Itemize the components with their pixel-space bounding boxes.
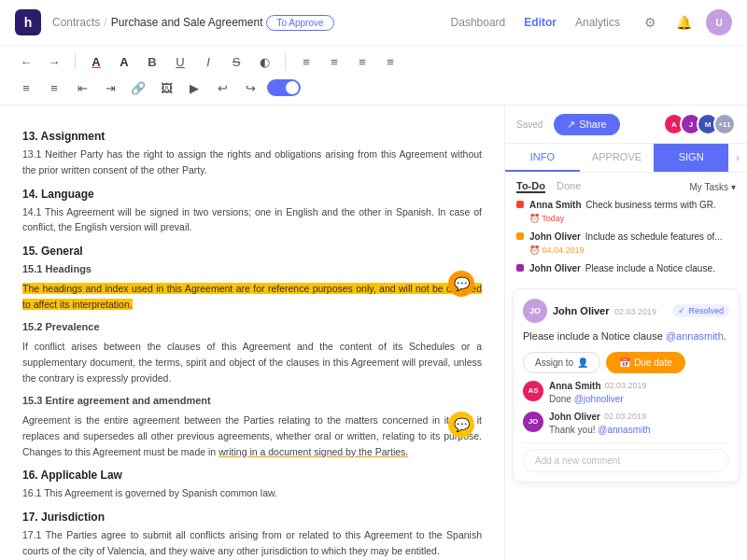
section-16-heading: 16. Applicable Law — [22, 469, 482, 482]
check-icon: ✓ — [678, 306, 685, 315]
section-13-heading: 13. Assignment — [22, 130, 482, 143]
notification-icon[interactable]: 🔔 — [672, 11, 695, 34]
toolbar-sep-2 — [285, 53, 286, 70]
indent-right-btn[interactable]: ⇥ — [99, 77, 121, 99]
todo-text-2: Include as schedule features of... — [585, 231, 723, 242]
section-152-text: If conflict arises between the clauses o… — [22, 339, 482, 385]
tab-sign[interactable]: SIGN — [654, 144, 728, 172]
avatar-count: +11 — [713, 113, 736, 135]
comment-header: JO John Oliver 02.03.2019 ✓ Resolved — [523, 299, 729, 323]
panel-chevron[interactable]: › — [728, 144, 747, 172]
bullet-list-btn[interactable]: ≡ — [15, 77, 37, 99]
section-17-text: 17.1 The Parties agree to submit all con… — [22, 527, 482, 559]
avatar-stack: A J M +11 — [669, 113, 736, 135]
calendar-icon: 📅 — [619, 357, 630, 368]
saved-text: Saved — [516, 119, 543, 130]
section-15-heading: 15. General — [22, 245, 482, 258]
share-button[interactable]: ↗ Share — [554, 114, 619, 135]
todo-tab-done[interactable]: Done — [557, 180, 581, 193]
reply-item-2: JO John Oliver 02.03.2019 Thank you! @an… — [523, 412, 729, 437]
nav-dashboard[interactable]: Dashboard — [451, 16, 506, 29]
reply-date-1: 02.03.2019 — [605, 381, 647, 390]
font-size-btn[interactable]: A — [113, 50, 135, 73]
align-right-btn[interactable]: ≡ — [351, 50, 374, 73]
tab-approve[interactable]: APPROVE — [580, 144, 655, 172]
comment-card: JO John Oliver 02.03.2019 ✓ Resolved Ple… — [513, 288, 740, 483]
todo-tabs: To-Do Done My Tasks ▾ — [516, 180, 736, 193]
user-avatar[interactable]: U — [706, 9, 732, 35]
reply-author-2: John Oliver — [549, 412, 600, 422]
comment-body: Please include a Notice clause @annasmit… — [523, 329, 729, 344]
reply-text-2: Thank you! @annasmith — [549, 424, 729, 437]
document-area[interactable]: 13. Assignment 13.1 Neither Party has th… — [0, 105, 504, 560]
comment-bubble-orange[interactable]: 💬 — [448, 271, 474, 297]
nav-analytics[interactable]: Analytics — [575, 16, 620, 29]
section-153: 15.3 Entire agreement and amendment Agre… — [22, 393, 482, 459]
align-center-btn[interactable]: ≡ — [323, 50, 345, 73]
nav-editor[interactable]: Editor — [524, 16, 557, 29]
comment-date: 02.03.2019 — [614, 307, 656, 316]
section-14-heading: 14. Language — [22, 188, 482, 201]
redo2-btn[interactable]: ↪ — [239, 77, 261, 99]
strikethrough-btn[interactable]: S — [225, 50, 247, 73]
indent-left-btn[interactable]: ⇤ — [71, 77, 93, 99]
header: h Contracts / Purchase and Sale Agreemen… — [0, 0, 747, 45]
undo2-btn[interactable]: ↩ — [211, 77, 233, 99]
toggle-switch[interactable] — [267, 79, 301, 96]
underline-btn[interactable]: U — [169, 50, 191, 73]
new-comment-section — [523, 442, 729, 472]
breadcrumb-base: Contracts — [52, 16, 100, 29]
bold-btn[interactable]: B — [141, 50, 163, 73]
section-151-text: The headings and index used in this Agre… — [22, 281, 482, 313]
section-15: 15. General 15.1 Headings The headings a… — [22, 245, 482, 312]
assign-button[interactable]: Assign to 👤 — [523, 352, 600, 373]
reply-item-1: AS Anna Smith 02.03.2019 Done @johnolive… — [523, 381, 729, 406]
todo-name-2: John Oliver — [529, 231, 581, 242]
section-152: 15.2 Prevalence If conflict arises betwe… — [22, 319, 482, 385]
todo-dot-1 — [516, 201, 524, 208]
todo-content-2: John Oliver Include as schedule features… — [529, 231, 723, 257]
assign-label: Assign to — [535, 357, 573, 368]
highlighted-text: The headings and index used in this Agre… — [22, 283, 482, 310]
new-comment-input[interactable] — [523, 449, 729, 472]
todo-item-1: Anna Smith Check business terms with GR.… — [516, 199, 736, 225]
justify-btn[interactable]: ≡ — [379, 50, 402, 73]
underlined-phrase: writing in a document signed by the Part… — [218, 446, 408, 457]
todo-text-3: Please include a Notice clause. — [585, 263, 715, 273]
highlight-btn[interactable]: ◐ — [253, 50, 275, 73]
reply-content-2: John Oliver 02.03.2019 Thank you! @annas… — [549, 412, 729, 437]
my-tasks-chevron: ▾ — [731, 182, 736, 192]
reply-meta-1: Anna Smith 02.03.2019 — [549, 381, 729, 391]
section-16: 16. Applicable Law 16.1 This Agreement i… — [22, 469, 482, 501]
section-17-heading: 17. Jurisdiction — [22, 511, 482, 524]
toolbar-row-2: ≡ ≡ ⇤ ⇥ 🔗 🖼 ▶ ↩ ↪ — [15, 77, 732, 99]
undo-btn[interactable]: ← — [15, 50, 37, 73]
video-btn[interactable]: ▶ — [183, 77, 205, 99]
link-btn[interactable]: 🔗 — [127, 77, 149, 99]
tab-info[interactable]: INFO — [505, 144, 580, 172]
todo-tab-todo[interactable]: To-Do — [516, 180, 545, 193]
toolbar-sep-1 — [75, 53, 76, 70]
italic-btn[interactable]: I — [197, 50, 219, 73]
ordered-list-btn[interactable]: ≡ — [43, 77, 65, 99]
comment-author-avatar: JO — [523, 299, 547, 323]
settings-icon[interactable]: ⚙ — [639, 11, 661, 34]
image-btn[interactable]: 🖼 — [155, 77, 177, 99]
share-bar: Saved ↗ Share A J M +11 — [505, 105, 747, 144]
due-date-button[interactable]: 📅 Due date — [606, 352, 685, 373]
share-icon: ↗ — [567, 119, 575, 131]
section-16-text: 16.1 This Agreement is governed by Spani… — [22, 485, 482, 501]
my-tasks-button[interactable]: My Tasks ▾ — [690, 180, 737, 193]
align-left-btn[interactable]: ≡ — [295, 50, 317, 73]
resolved-label: Resolved — [688, 306, 724, 315]
toolbar: ← → A A B U I S ◐ ≡ ≡ ≡ ≡ ≡ ≡ ⇤ ⇥ 🔗 🖼 ▶ … — [0, 45, 747, 105]
todo-dot-3 — [516, 264, 524, 272]
breadcrumb-separator: / — [104, 16, 106, 29]
todo-name-3: John Oliver — [529, 263, 581, 273]
font-color-btn[interactable]: A — [85, 50, 107, 73]
reply-mention-1: @johnoliver — [574, 394, 624, 404]
redo-btn[interactable]: → — [43, 50, 65, 73]
resolved-badge: ✓ Resolved — [672, 304, 729, 317]
reply-mention-2: @annasmith — [598, 425, 650, 435]
header-icons: ⚙ 🔔 U — [639, 9, 732, 35]
